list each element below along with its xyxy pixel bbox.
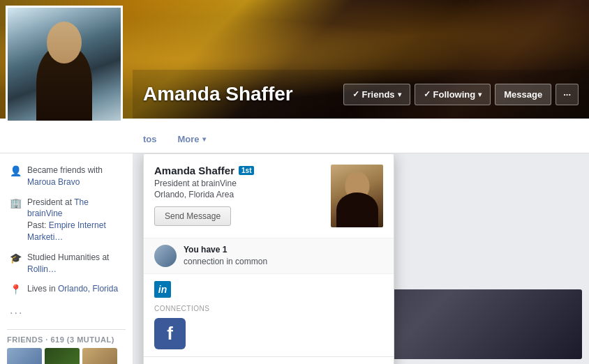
main-content: Amanda Shaffer via Upworthy lucational t…	[133, 153, 589, 364]
sidebar-school-link[interactable]: Rollin…	[27, 264, 57, 274]
sidebar-item-friends: 👤 Became friends with Maroua Bravo	[7, 160, 126, 192]
sidebar-friend-link[interactable]: Maroua Bravo	[27, 177, 80, 187]
popup-avatar	[331, 165, 383, 227]
linkedin-logo-icon: in	[154, 281, 171, 298]
location-icon: 📍	[10, 284, 22, 295]
sidebar-item-location: 📍 Lives in Orlando, Florida	[7, 279, 126, 299]
education-icon: 🎓	[10, 252, 22, 264]
friends-avatars	[7, 348, 126, 364]
tab-photos[interactable]: tos	[133, 127, 167, 153]
sidebar-past-work-link[interactable]: Empire Internet Marketi…	[27, 220, 106, 242]
mutual-connection-text: You have 1 connection in common	[184, 244, 267, 268]
popup-name: Amanda Shaffer 1st	[154, 165, 322, 176]
popup-header: Amanda Shaffer 1st President at brainVin…	[144, 154, 394, 238]
popup-location: Orlando, Florida Area	[154, 190, 322, 199]
following-button[interactable]: ✓ Following ▾	[415, 84, 491, 105]
connections-label: CONNECTIONS	[154, 305, 383, 312]
sidebar-work-link[interactable]: The brainVine	[27, 197, 89, 219]
popup-card: Amanda Shaffer 1st President at brainVin…	[143, 153, 394, 364]
profile-picture-container	[6, 6, 123, 123]
friends-button[interactable]: ✓ Friends ▾	[343, 84, 410, 105]
popup-info: Amanda Shaffer 1st President at brainVin…	[154, 165, 322, 227]
friends-section: FRIENDS · 619 (3 Mutual)	[7, 329, 126, 364]
linkedin-degree-badge: 1st	[239, 166, 254, 175]
message-button[interactable]: Message	[495, 84, 551, 105]
sidebar-item-work: 🏢 President at The brainVine Past: Empir…	[7, 192, 126, 248]
tab-more[interactable]: More ▾	[167, 127, 216, 153]
friend-avatar-3[interactable]	[82, 348, 117, 364]
sidebar-location-link[interactable]: Orlando, Florida	[58, 284, 118, 294]
mutual-connection-avatar	[154, 245, 177, 267]
friends-check-icon: ✓	[352, 89, 359, 99]
mutual-connections-section: You have 1 connection in common	[144, 238, 394, 273]
nav-tabs: tos More ▾	[0, 119, 589, 153]
more-button[interactable]: ···	[556, 84, 579, 105]
sidebar-more-dots: ···	[10, 307, 23, 319]
profile-picture	[8, 8, 121, 121]
popup-title: President at brainVine	[154, 179, 322, 188]
send-message-button[interactable]: Send Message	[154, 206, 231, 226]
friends-count-label: FRIENDS · 619 (3 Mutual)	[7, 335, 126, 344]
profile-name: Amanda Shaffer	[143, 83, 343, 105]
work-icon: 🏢	[10, 197, 22, 208]
sidebar-more[interactable]: ···	[7, 303, 126, 324]
following-check-icon: ✓	[424, 89, 431, 99]
name-bar: Amanda Shaffer ✓ Friends ▾ ✓ Following ▾…	[133, 70, 589, 119]
friends-icon: 👤	[10, 165, 22, 176]
gmail-strip: NEW! Discoverly works in Gmail Connect G…	[144, 356, 394, 364]
action-buttons: ✓ Friends ▾ ✓ Following ▾ Message ···	[343, 84, 579, 105]
linkedin-section: in CONNECTIONS f	[144, 273, 394, 356]
sidebar-item-education: 🎓 Studied Humanities at Rollin…	[7, 248, 126, 280]
sidebar: 👤 Became friends with Maroua Bravo 🏢 Pre…	[0, 153, 133, 364]
friends-caret-icon: ▾	[398, 91, 401, 98]
facebook-icon[interactable]: f	[154, 318, 186, 349]
following-caret-icon: ▾	[478, 91, 482, 98]
friend-avatar-2[interactable]	[45, 348, 80, 364]
more-caret-icon: ▾	[202, 135, 206, 143]
friend-avatar-1[interactable]	[7, 348, 42, 364]
